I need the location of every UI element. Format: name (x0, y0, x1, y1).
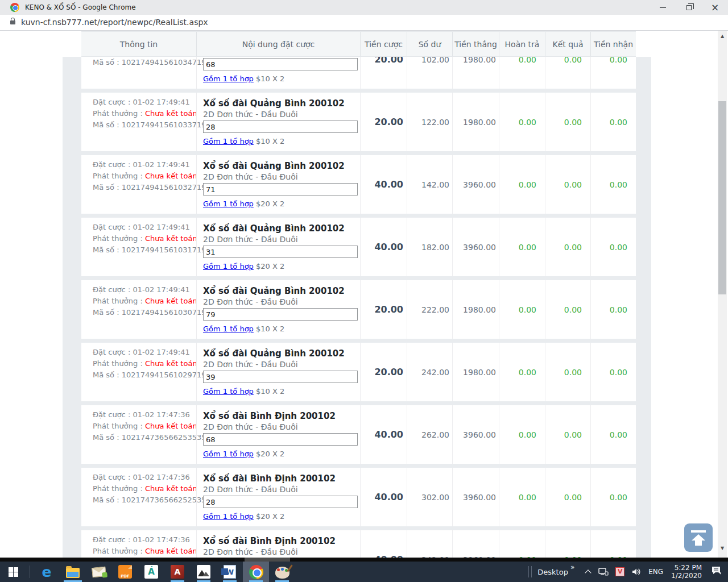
vertical-scrollbar[interactable]: ▲ ▼ (718, 31, 727, 558)
taskbar-file-explorer[interactable] (60, 562, 86, 582)
header-tien-cuoc: Tiền cược (360, 32, 407, 56)
combo-link[interactable]: Gồm 1 tổ hợp (203, 137, 254, 146)
toolbar-gripper[interactable] (528, 566, 532, 577)
win-amount-cell: 1980.00 (452, 343, 499, 401)
taskbar-word[interactable]: W (217, 562, 243, 582)
code-label: Mã số : (93, 496, 119, 504)
code-value: 102174941561030719 (122, 308, 206, 317)
scroll-to-top-button[interactable] (684, 523, 713, 552)
taskbar-chrome[interactable] (243, 562, 269, 582)
bet-info-cell: Đặt cược : 01-02 17:47:36 Phát thưởng : … (81, 468, 196, 526)
lock-icon[interactable] (10, 20, 15, 24)
bet-numbers-input[interactable] (203, 496, 358, 508)
taskbar-photos[interactable] (191, 562, 217, 582)
tray-show-hidden-icon[interactable] (585, 569, 592, 576)
bet-time-label: Đặt cược : (93, 160, 130, 169)
bet-type: 2D Đơn thức - Đầu Đuôi (203, 297, 360, 308)
header-ket-qua: Kết quả (545, 32, 590, 56)
header-tien-thang: Tiền thắng (452, 32, 499, 56)
game-title: Xổ số đài Bình Định 200102 (203, 473, 360, 485)
refund-cell: 0.00 (499, 155, 545, 214)
bet-numbers-input[interactable] (203, 246, 358, 258)
bet-amount-cell: 40.00 (360, 468, 407, 526)
combo-link[interactable]: Gồm 1 tổ hợp (203, 74, 254, 83)
table-row: Đặt cược : 01-02 17:47:36 Phát thưởng : … (81, 468, 636, 526)
bet-time-label: Đặt cược : (93, 535, 130, 544)
balance-cell: 302.00 (407, 468, 452, 526)
language-indicator[interactable]: ENG (648, 568, 663, 576)
result-cell: 0.00 (545, 57, 590, 89)
foxit-pdf-icon: PDF (118, 565, 132, 579)
bet-time-label: Đặt cược : (93, 473, 130, 481)
bet-time-label: Đặt cược : (93, 285, 130, 294)
url-bar[interactable]: kuvn-cf.nsb777.net/report/newpc/RealList… (0, 15, 728, 31)
bet-numbers-input[interactable] (203, 308, 358, 321)
edge-icon: e (42, 565, 52, 579)
combo-link[interactable]: Gồm 1 tổ hợp (203, 512, 254, 521)
paint-icon (275, 567, 289, 579)
result-cell: 0.00 (545, 343, 590, 401)
bet-time-value: 01-02 17:47:36 (133, 410, 189, 419)
network-icon[interactable] (598, 567, 609, 576)
combo-link[interactable]: Gồm 1 tổ hợp (203, 387, 254, 396)
scrollbar-down-arrow[interactable]: ▼ (718, 544, 727, 553)
received-cell: 0.00 (590, 530, 636, 558)
bet-content-cell: Gồm 1 tổ hợp $10 X 2 (196, 57, 360, 89)
balance-cell: 142.00 (407, 155, 452, 214)
taskbar-foxit[interactable]: PDF (112, 562, 138, 582)
bet-type: 2D Đơn thức - Đầu Đuôi (203, 235, 360, 246)
window-title: KENO & XỔ SỐ - Google Chrome (25, 3, 136, 11)
windows-logo-icon (9, 567, 18, 577)
bottom-strip (0, 558, 728, 562)
result-cell: 0.00 (545, 405, 590, 464)
payout-status: Chưa kết toán (145, 547, 197, 555)
code-label: Mã số : (93, 371, 119, 379)
url-text[interactable]: kuvn-cf.nsb777.net/report/newpc/RealList… (21, 18, 208, 27)
balance-cell: 182.00 (407, 218, 452, 276)
taskbar-image-app[interactable]: Á (138, 562, 164, 582)
header-noi-dung: Nội dung đặt cược (196, 32, 360, 56)
bet-info-cell: Đặt cược : 01-02 17:49:41 Phát thưởng : … (81, 93, 196, 151)
code-value: 102174736566252535 (122, 496, 206, 504)
header-hoan-tra: Hoàn trả (499, 32, 545, 56)
balance-cell: 262.00 (407, 405, 452, 464)
minimize-button[interactable] (650, 0, 676, 15)
restore-button[interactable] (676, 0, 702, 15)
taskbar-mail[interactable] (86, 562, 112, 582)
code-value: 102174941561031719 (122, 246, 206, 254)
taskbar-autocad[interactable]: A (164, 562, 191, 582)
win-amount-cell: 3960.00 (452, 468, 499, 526)
bet-content-cell: Xổ số đài Bình Định 200102 2D Đơn thức -… (196, 530, 360, 558)
bet-content-cell: Xổ số đài Quảng Bình 200102 2D Đơn thức … (196, 155, 360, 214)
close-button[interactable]: × (702, 0, 728, 15)
bet-amount-cell: 20.00 (360, 343, 407, 401)
combo-link[interactable]: Gồm 1 tổ hợp (203, 262, 254, 271)
scrollbar-thumb[interactable] (718, 101, 726, 294)
start-button[interactable] (0, 562, 26, 582)
toolbar-overflow-icon[interactable]: » (570, 563, 574, 571)
bet-numbers-input[interactable] (203, 371, 358, 383)
bet-numbers-input[interactable] (203, 120, 358, 133)
combo-link[interactable]: Gồm 1 tổ hợp (203, 450, 254, 458)
action-center-icon[interactable] (711, 566, 722, 578)
taskbar-paint[interactable] (269, 562, 295, 582)
table-row: Đặt cược : Phát thưởng : Chưa kết toán M… (81, 57, 636, 89)
clock[interactable]: 5:22 PM 1/2/2020 (671, 564, 702, 580)
bet-content-cell: Xổ số đài Bình Định 200102 2D Đơn thức -… (196, 405, 360, 464)
v-tool-tray-icon[interactable]: V (615, 567, 624, 576)
combo-link[interactable]: Gồm 1 tổ hợp (203, 199, 254, 208)
bet-time-label: Đặt cược : (93, 98, 130, 106)
volume-icon[interactable] (631, 567, 642, 576)
payout-status: Chưa kết toán (145, 297, 197, 305)
combo-link[interactable]: Gồm 1 tổ hợp (203, 325, 254, 333)
refund-cell: 0.00 (499, 57, 545, 89)
bet-numbers-input[interactable] (203, 183, 358, 196)
win-amount-cell: 3960.00 (452, 155, 499, 214)
desktop-toolbar[interactable]: Desktop (537, 568, 568, 576)
refund-cell: 0.00 (499, 468, 545, 526)
bet-numbers-input[interactable] (203, 58, 358, 70)
scrollbar-up-arrow[interactable]: ▲ (718, 32, 727, 41)
bet-numbers-input[interactable] (203, 433, 358, 446)
result-cell: 0.00 (545, 93, 590, 151)
taskbar-edge[interactable]: e (34, 562, 60, 582)
